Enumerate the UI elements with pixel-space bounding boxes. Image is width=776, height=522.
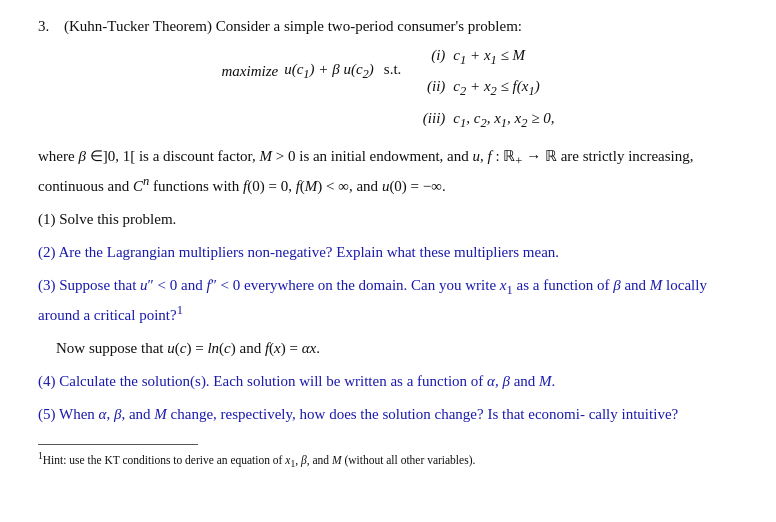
now-suppose: Now suppose that u(c) = ln(c) and f(x) =… xyxy=(56,336,738,361)
question-2: (2) Are the Lagrangian multipliers non-n… xyxy=(38,240,738,265)
constraint-row-3: (iii) c1, c2, x1, x2 ≥ 0, xyxy=(411,106,554,134)
q1-num: (1) Solve this problem. xyxy=(38,211,176,227)
optimization-block: maximize u(c1) + β u(c2) s.t. (i) c1 + x… xyxy=(38,43,738,134)
constraint-num-2: (ii) xyxy=(411,74,445,102)
footnote: 1Hint: use the KT conditions to derive a… xyxy=(38,449,738,471)
constraints-block: (i) c1 + x1 ≤ M (ii) c2 + x2 ≤ f(x1) (ii… xyxy=(411,43,554,134)
question-5: (5) When α, β, and M change, respectivel… xyxy=(38,402,738,427)
constraint-expr-2: c2 + x2 ≤ f(x1) xyxy=(453,74,539,102)
objective-function: u(c1) + β u(c2) xyxy=(284,61,374,82)
problem-number: 3. xyxy=(38,18,58,35)
constraint-row-1: (i) c1 + x1 ≤ M xyxy=(411,43,554,71)
question-4: (4) Calculate the solution(s). Each solu… xyxy=(38,369,738,394)
constraint-num-1: (i) xyxy=(411,43,445,71)
constraint-expr-1: c1 + x1 ≤ M xyxy=(453,43,525,71)
maximize-block: maximize u(c1) + β u(c2) xyxy=(221,43,373,82)
question-3: (3) Suppose that u″ < 0 and f″ < 0 every… xyxy=(38,273,738,328)
problem-title: (Kuhn-Tucker Theorem) Consider a simple … xyxy=(64,18,522,35)
question-1: (1) Solve this problem. xyxy=(38,207,738,232)
constraint-row-2: (ii) c2 + x2 ≤ f(x1) xyxy=(411,74,554,102)
constraint-expr-3: c1, c2, x1, x2 ≥ 0, xyxy=(453,106,554,134)
problem-container: 3. (Kuhn-Tucker Theorem) Consider a simp… xyxy=(38,18,738,472)
maximize-label: maximize xyxy=(221,63,278,80)
constraint-num-3: (iii) xyxy=(411,106,445,134)
st-label: s.t. xyxy=(384,43,402,78)
footnote-divider xyxy=(38,444,198,445)
problem-header: 3. (Kuhn-Tucker Theorem) Consider a simp… xyxy=(38,18,738,35)
where-text: where β ∈]0, 1[ is a discount factor, M … xyxy=(38,144,738,199)
